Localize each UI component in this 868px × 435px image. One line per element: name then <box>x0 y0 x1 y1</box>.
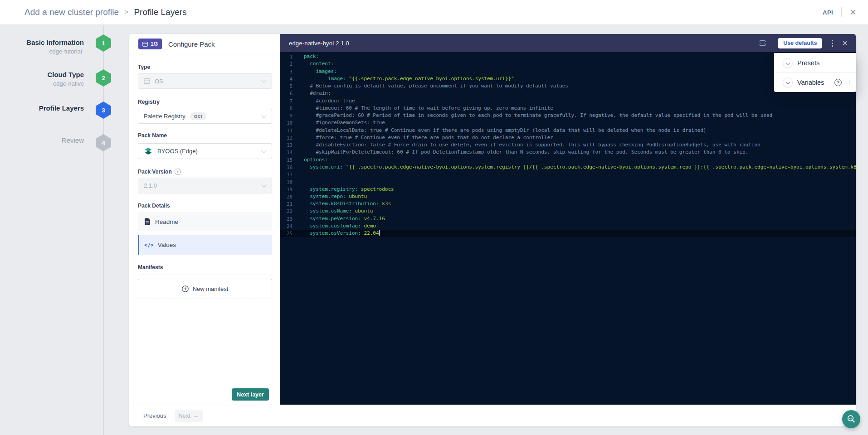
line-number: 20 <box>280 193 293 200</box>
line-content: system.repo: ubuntu <box>304 193 367 200</box>
code-line: 8 #timeout: 60 # The length of time to w… <box>280 105 856 112</box>
editor-close-icon[interactable]: × <box>842 39 848 47</box>
line-number: 8 <box>280 105 293 112</box>
text-cursor <box>379 230 380 236</box>
code-line: 14 #skipWaitForDeleteTimeout: 60 # If po… <box>280 149 856 156</box>
code-line: 17 <box>280 171 856 178</box>
chevron-down-icon <box>261 148 266 153</box>
code-line: 19 system.registry: spectrodocs <box>280 186 856 193</box>
step-label-profile-layers: Profile Layers <box>0 104 84 113</box>
line-number: 21 <box>280 200 293 208</box>
step-hexagon-2[interactable]: 2 <box>96 69 111 87</box>
code-line: 3 images: <box>280 68 856 75</box>
line-content: #timeout: 60 # The length of time to wai… <box>304 105 553 112</box>
page: Add a new cluster profile > Profile Laye… <box>0 0 868 435</box>
line-content: options: <box>304 156 328 164</box>
presets-label: Presets <box>797 59 819 67</box>
line-number: 9 <box>280 112 293 119</box>
step-hexagon-1[interactable]: 1 <box>96 34 111 52</box>
type-select[interactable]: OS <box>138 73 272 89</box>
values-tab[interactable]: </> Values <box>138 235 272 255</box>
line-number: 22 <box>280 208 293 215</box>
close-icon[interactable]: × <box>850 8 856 17</box>
editor-title: edge-native-byoi 2.1.0 <box>289 40 349 47</box>
use-defaults-button[interactable]: Use defaults <box>778 38 822 48</box>
indent-guide <box>310 61 310 157</box>
line-content: #skipWaitForDeleteTimeout: 60 # If pod D… <box>304 149 748 156</box>
panel-title: Configure Pack <box>168 40 215 48</box>
pack-version-value: 2.1.0 <box>144 182 157 189</box>
breadcrumb: Add a new cluster profile > Profile Laye… <box>24 7 187 17</box>
line-number: 17 <box>280 171 293 178</box>
step-label-cloud-type: Cloud Typeedge-native <box>0 70 84 88</box>
editor-menu-kebab-icon[interactable] <box>832 40 833 47</box>
api-link[interactable]: API <box>823 9 833 16</box>
info-icon[interactable]: i <box>175 169 181 175</box>
editor-scrollbar[interactable] <box>850 52 850 405</box>
line-content: system.registry: spectrodocs <box>304 186 394 193</box>
line-content: #cordon: true <box>304 97 355 105</box>
presets-section[interactable]: Presets <box>774 53 856 72</box>
pack-version-label-text: Pack Version <box>138 169 172 175</box>
chevron-down-icon[interactable] <box>783 77 793 87</box>
line-number: 1 <box>280 53 293 60</box>
previous-button[interactable]: Previous <box>143 412 166 419</box>
registry-select[interactable]: Palette Registry OCI <box>138 109 272 124</box>
expand-editor-icon[interactable] <box>759 39 766 47</box>
breadcrumb-parent[interactable]: Add a new cluster profile <box>24 7 119 17</box>
step-hexagon-4[interactable]: 4 <box>96 134 111 151</box>
line-number: 12 <box>280 134 293 141</box>
line-number: 25 <box>280 230 293 237</box>
code-line: 22 system.osName: ubuntu <box>280 208 856 215</box>
code-line: 10 #ignoreDaemonSets: true <box>280 119 856 126</box>
pack-step-badge: 1/3 <box>138 39 162 49</box>
next-button[interactable]: Next → <box>175 410 203 422</box>
wizard-footer: Previous Next → <box>129 405 856 426</box>
code-line: 11 #deleteLocalData: true # Continue eve… <box>280 127 856 134</box>
next-layer-button[interactable]: Next layer <box>232 388 269 401</box>
readme-tab[interactable]: Readme <box>138 212 272 231</box>
line-content: system.customTag: demo <box>304 222 376 230</box>
help-icon[interactable]: ? <box>834 79 842 86</box>
line-number: 24 <box>280 222 293 230</box>
step-subtitle: edge-tutorial- <box>0 47 84 56</box>
top-header: Add a new cluster profile > Profile Laye… <box>0 0 868 25</box>
line-content: #disableEviction: false # Force drain to… <box>304 141 761 149</box>
line-content: #drain: <box>304 90 331 97</box>
code-line: 16 system.uri: "{{ .spectro.pack.edge-na… <box>280 164 856 171</box>
chevron-down-icon[interactable] <box>783 58 793 68</box>
step-title: Profile Layers <box>0 104 84 113</box>
line-number: 4 <box>280 75 293 82</box>
code-icon: </> <box>144 242 154 248</box>
code-line: 24 system.customTag: demo <box>280 222 856 230</box>
code-line: 5 # Below config is default value, pleas… <box>280 82 856 90</box>
line-content: #gracePeriod: 60 # Period of time in sec… <box>304 112 772 119</box>
header-divider <box>841 7 842 17</box>
code-line: 2 content: <box>280 60 856 68</box>
readme-tab-label: Readme <box>155 218 178 225</box>
step-title: Cloud Type <box>0 70 84 79</box>
new-manifest-button[interactable]: New manifest <box>138 279 272 299</box>
type-label: Type <box>138 64 150 70</box>
next-button-label: Next <box>178 412 190 419</box>
variables-section[interactable]: Variables ? <box>774 72 856 92</box>
line-content: system.osVersion: 22.04 <box>304 230 380 237</box>
pack-name-select[interactable]: BYOOS (Edge) <box>138 143 272 159</box>
step-subtitle: edge-native <box>0 79 84 88</box>
document-icon <box>144 218 151 225</box>
code-area[interactable]: 1pack:2 content:3 images:4 - image: "{{.… <box>280 52 856 405</box>
variables-kebab-icon[interactable] <box>849 80 851 86</box>
line-content: pack: <box>304 53 319 60</box>
line-number: 11 <box>280 127 293 134</box>
help-chat-button[interactable] <box>842 410 860 428</box>
pack-version-select[interactable]: 2.1.0 <box>138 178 272 193</box>
line-content: #ignoreDaemonSets: true <box>304 119 385 126</box>
chevron-down-icon <box>261 182 266 187</box>
line-number: 6 <box>280 90 293 97</box>
step-hexagon-3[interactable]: 3 <box>96 102 111 119</box>
yaml-editor[interactable]: edge-native-byoi 2.1.0 Use defaults × 1p… <box>280 34 856 405</box>
code-line: 12 #force: true # Continue even if there… <box>280 134 856 141</box>
step-title: Review <box>0 136 84 145</box>
code-line: 6 #drain: <box>280 90 856 97</box>
registry-label: Registry <box>138 99 160 105</box>
